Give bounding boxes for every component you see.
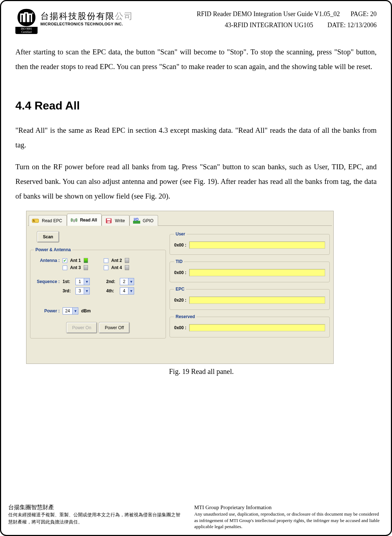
- paragraph-2: "Read All" is the same as Read EPC in se…: [15, 123, 377, 152]
- tab-strip: Read EPC Read All Write I/O: [26, 211, 333, 225]
- user-addr-label: 0x00 :: [174, 243, 186, 248]
- antenna-icon: [70, 216, 78, 224]
- panel-body: Scan Power & Antenna Antenna : ✔ Ant 1 A…: [26, 226, 333, 342]
- chevron-down-icon: ▾: [84, 288, 89, 294]
- doc-date: DATE: 12/13/2006: [328, 21, 377, 29]
- power-buttons-row: Power On Power Off: [34, 322, 162, 333]
- footer-zh: 台揚集團智慧財產 任何未經授權逕予複製、重製、公開或使用本文之行為，將被視為侵害…: [8, 504, 183, 525]
- company-name-cn-main: 台揚科技股份有限: [40, 11, 115, 21]
- sequence-row-1: Sequence : 1st: 1 ▾ 2nd: 2 ▾: [34, 278, 162, 285]
- seq3-value: 3: [76, 288, 84, 293]
- seq4-combo[interactable]: 4 ▾: [120, 287, 134, 294]
- paragraph-3: Turn on the RF power before read all ban…: [15, 160, 377, 204]
- right-column: User 0x00 : TID 0x00 :: [170, 232, 330, 342]
- ant3-checkbox[interactable]: [63, 265, 67, 270]
- epc-addr-row: 0x20 :: [174, 297, 325, 304]
- reserved-addr-label: 0x00 :: [174, 325, 186, 330]
- tab-read-epc[interactable]: Read EPC: [29, 215, 67, 226]
- power-value: 24: [63, 308, 72, 313]
- footer-en-body: Any unauthorized use, duplication, repro…: [194, 511, 384, 530]
- ant2-led-icon: [125, 258, 129, 263]
- tid-addr-label: 0x00 :: [174, 270, 186, 275]
- figure-19: Read EPC Read All Write I/O: [26, 211, 377, 376]
- antenna-label: Antenna :: [34, 258, 60, 263]
- epc-addr-label: 0x20 :: [174, 298, 186, 303]
- ant4-led-icon: [125, 265, 129, 270]
- left-column: Scan Power & Antenna Antenna : ✔ Ant 1 A…: [30, 232, 166, 342]
- chevron-down-icon: ▾: [84, 278, 89, 285]
- tid-legend: TID: [174, 259, 184, 264]
- io-icon: I/O: [133, 217, 141, 224]
- dbm-label: dBm: [81, 308, 91, 313]
- ant1-led-icon: [84, 258, 88, 263]
- antenna-row-1: Antenna : ✔ Ant 1 Ant 2: [34, 258, 162, 263]
- power-row: Power : 24 ▾ dBm: [34, 307, 162, 315]
- seq1-label: 1st:: [63, 279, 73, 284]
- tab-label: Write: [115, 218, 125, 223]
- svg-text:I/O: I/O: [134, 218, 139, 221]
- tab-label: GPIO: [143, 218, 153, 223]
- svg-rect-1: [33, 220, 34, 220]
- tab-label: Read EPC: [42, 218, 62, 223]
- chevron-down-icon: ▾: [128, 288, 134, 294]
- company-name-cn-grey: 公司: [115, 11, 133, 21]
- header-meta: RFID Reader DEMO Integration User Guide …: [197, 8, 377, 29]
- seq4-label: 4th:: [106, 288, 117, 293]
- svg-rect-2: [33, 221, 35, 221]
- power-combo[interactable]: 24 ▾: [63, 307, 78, 315]
- ant4-label: Ant 4: [111, 265, 122, 270]
- seq1-combo[interactable]: 1 ▾: [75, 278, 90, 285]
- sequence-label: Sequence :: [34, 279, 60, 284]
- user-legend: User: [174, 232, 187, 237]
- company-logo: ISO 9001 Certified: [15, 8, 38, 34]
- reserved-value-field: [189, 324, 325, 331]
- ant1-label: Ant 1: [70, 258, 81, 263]
- logo-icon: [15, 8, 38, 27]
- ant1-checkbox[interactable]: ✔: [63, 258, 67, 263]
- user-addr-row: 0x00 :: [174, 242, 325, 249]
- tab-gpio[interactable]: I/O GPIO: [129, 215, 158, 226]
- footer-en: MTI Group Proprietary Information Any un…: [194, 504, 384, 530]
- svg-rect-3: [74, 219, 74, 222]
- epc-readout-group: EPC 0x20 :: [170, 287, 330, 310]
- seq3-label: 3rd:: [63, 288, 73, 293]
- group-legend: Power & Antenna: [34, 247, 72, 252]
- power-on-button[interactable]: Power On: [67, 322, 97, 333]
- tab-read-all[interactable]: Read All: [67, 214, 102, 226]
- tid-readout-group: TID 0x00 :: [170, 259, 330, 282]
- reserved-legend: Reserved: [174, 314, 196, 319]
- page-number: PAGE: 20: [351, 10, 377, 18]
- company-name-block: 台揚科技股份有限公司 MICROELECTRONICS TECHNOLOGY I…: [40, 8, 133, 26]
- reserved-readout-group: Reserved 0x00 :: [170, 314, 330, 337]
- chevron-down-icon: ▾: [128, 278, 134, 285]
- ant2-checkbox[interactable]: [104, 258, 108, 263]
- tid-addr-row: 0x00 :: [174, 269, 325, 276]
- ant4-checkbox[interactable]: [104, 265, 108, 270]
- page-header: ISO 9001 Certified 台揚科技股份有限公司 MICROELECT…: [15, 8, 377, 34]
- ant3-label: Ant 3: [70, 265, 81, 270]
- tag-icon: [32, 217, 40, 224]
- scan-button[interactable]: Scan: [37, 232, 59, 242]
- sequence-row-2: 3rd: 3 ▾ 4th: 4 ▾: [34, 287, 162, 294]
- epc-value-field: [189, 297, 325, 304]
- user-value-field: [189, 242, 325, 249]
- antenna-row-2: Ant 3 Ant 4: [34, 265, 162, 270]
- power-antenna-group: Power & Antenna Antenna : ✔ Ant 1 Ant 2: [30, 247, 166, 338]
- app-panel: Read EPC Read All Write I/O: [26, 211, 334, 364]
- seq3-combo[interactable]: 3 ▾: [75, 287, 90, 294]
- svg-rect-6: [107, 221, 110, 223]
- tab-write[interactable]: Write: [102, 215, 129, 226]
- seq1-value: 1: [76, 279, 84, 284]
- tid-value-field: [189, 269, 325, 276]
- company-name-en: MICROELECTRONICS TECHNOLOGY INC.: [40, 22, 133, 26]
- footer-en-title: MTI Group Proprietary Information: [194, 504, 384, 511]
- seq2-combo[interactable]: 2 ▾: [120, 278, 134, 285]
- seq4-value: 4: [120, 288, 128, 293]
- section-heading: 4.4 Read All: [15, 99, 377, 112]
- logo-block: ISO 9001 Certified 台揚科技股份有限公司 MICROELECT…: [15, 8, 133, 34]
- svg-rect-5: [107, 219, 111, 220]
- page: ISO 9001 Certified 台揚科技股份有限公司 MICROELECT…: [0, 0, 392, 536]
- reserved-addr-row: 0x00 :: [174, 324, 325, 331]
- power-off-button[interactable]: Power Off: [99, 322, 129, 333]
- page-footer: 台揚集團智慧財產 任何未經授權逕予複製、重製、公開或使用本文之行為，將被視為侵害…: [8, 502, 384, 530]
